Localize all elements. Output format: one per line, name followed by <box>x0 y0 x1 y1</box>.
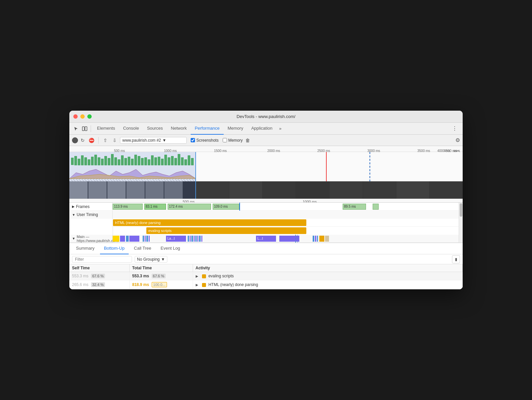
reload-button[interactable]: ↻ <box>79 137 86 144</box>
svg-rect-31 <box>168 157 170 165</box>
bottom-1000ms: 1000 ms <box>303 200 317 203</box>
frames-label: ▶ Frames <box>69 203 113 210</box>
flame-scrollbar[interactable] <box>459 203 463 243</box>
main-thread-expand-icon[interactable]: ▼ <box>72 237 75 240</box>
svg-rect-32 <box>171 156 174 165</box>
url-text: www.paulirish.com #2 <box>122 138 161 143</box>
hatch-area <box>69 179 195 181</box>
svg-rect-35 <box>181 157 184 165</box>
close-button[interactable] <box>73 114 78 119</box>
flame-chart[interactable]: ▶ Frames 113.9 ms 83.1 ms 172.4 ms 109.0… <box>69 203 463 243</box>
frames-expand-icon[interactable]: ▶ <box>72 205 75 208</box>
frame-1: 113.9 ms <box>113 204 143 210</box>
tab-bottom-up[interactable]: Bottom-Up <box>100 243 129 254</box>
cursor-icon[interactable] <box>72 125 80 133</box>
timeline-overview[interactable]: 500 ms 1000 ms 1500 ms 2000 ms 2500 ms 3… <box>69 146 463 203</box>
memory-checkbox[interactable] <box>223 138 227 142</box>
main-block-purple-2 <box>129 236 139 242</box>
dashed-2 <box>297 235 298 243</box>
svg-rect-17 <box>121 155 124 165</box>
self-time-value-2: 265.6 ms <box>72 282 88 287</box>
svg-rect-8 <box>91 157 94 165</box>
tab-performance[interactable]: Performance <box>191 123 223 135</box>
minimize-button[interactable] <box>80 114 85 119</box>
tab-sources[interactable]: Sources <box>143 123 167 135</box>
main-block-tan-1 <box>325 236 329 242</box>
main-block-orange-1 <box>319 236 324 242</box>
svg-rect-20 <box>131 159 134 165</box>
tab-console[interactable]: Console <box>119 123 143 135</box>
expand-icon-1[interactable]: ▶ <box>196 274 200 278</box>
dock-icon[interactable] <box>81 125 89 133</box>
tab-application[interactable]: Application <box>247 123 277 135</box>
svg-rect-3 <box>74 156 77 165</box>
col-total-time[interactable]: Total Time <box>129 264 193 272</box>
main-block-blue-1 <box>126 236 129 242</box>
tab-call-tree[interactable]: Call Tree <box>130 243 155 254</box>
nav-toolbar: Elements Console Sources Network Perform… <box>69 123 463 135</box>
more-tabs-button[interactable]: » <box>276 123 284 135</box>
main-thread-content[interactable]: La...t L...t <box>113 235 459 243</box>
tab-elements[interactable]: Elements <box>93 123 119 135</box>
tab-summary[interactable]: Summary <box>72 243 99 254</box>
tab-network[interactable]: Network <box>167 123 191 135</box>
bottom-tabs: Summary Bottom-Up Call Tree Event Log <box>69 243 463 254</box>
self-pct-1: 67.6 % <box>91 274 105 278</box>
svg-rect-5 <box>81 155 84 165</box>
settings-button[interactable]: ⚙ <box>455 137 460 143</box>
bottom-500ms: 500 ms <box>183 200 195 203</box>
svg-rect-6 <box>84 157 87 165</box>
menu-button[interactable]: ⋮ <box>449 125 460 132</box>
evaling-scripts-bar[interactable]: evaling scripts <box>146 227 306 234</box>
svg-rect-10 <box>98 157 100 165</box>
svg-rect-33 <box>174 158 177 165</box>
frames-content[interactable]: 113.9 ms 83.1 ms 172.4 ms 109.0 ms 89.5 … <box>113 203 459 211</box>
stop-button[interactable]: ⛔ <box>87 137 96 144</box>
expand-icon-2[interactable]: ▶ <box>196 283 200 287</box>
screenshots-checkbox[interactable] <box>191 138 195 142</box>
frame-2: 83.1 ms <box>144 204 166 210</box>
activity-cell-1: ▶ evaling scripts <box>193 272 463 280</box>
screenshots-checkbox-label[interactable]: Screenshots <box>191 138 219 143</box>
divider2 <box>98 137 99 144</box>
svg-rect-23 <box>141 158 144 165</box>
screenshot-6 <box>164 181 183 199</box>
cpu-chart <box>69 166 196 179</box>
url-selector[interactable]: www.paulirish.com #2 ▼ <box>120 137 187 144</box>
main-block-small-r3 <box>317 236 318 242</box>
grouping-select[interactable]: No Grouping ▼ <box>135 256 167 263</box>
frame-small <box>373 204 379 210</box>
download-icon[interactable]: ⇩ <box>111 136 119 144</box>
record-button[interactable] <box>72 137 78 143</box>
memory-checkbox-label[interactable]: Memory <box>223 138 243 143</box>
upload-icon[interactable]: ⇧ <box>101 136 109 144</box>
user-timing-content[interactable] <box>113 211 459 219</box>
dots: ... <box>256 199 262 203</box>
self-time-value-1: 553.3 ms <box>72 274 88 278</box>
main-block-small-4 <box>149 236 150 242</box>
svg-rect-37 <box>188 155 190 165</box>
col-self-time[interactable]: Self Time <box>69 264 129 272</box>
clear-button[interactable]: 🗑 <box>245 138 250 143</box>
screenshot-r3 <box>263 181 296 199</box>
frame-3: 172.4 ms <box>168 204 211 210</box>
maximize-button[interactable] <box>87 114 92 119</box>
screenshot-1 <box>69 181 88 199</box>
svg-rect-12 <box>104 156 107 165</box>
table-row: 265.6 ms 32.4 % 818.9 ms 100.0... ▶ HTML… <box>69 280 463 289</box>
self-pct-2: 32.4 % <box>91 282 105 287</box>
filter-input[interactable] <box>72 256 132 263</box>
col-activity[interactable]: Activity <box>193 264 463 272</box>
screenshot-5 <box>145 181 164 199</box>
sidebar-toggle-button[interactable]: ▮ <box>452 255 460 263</box>
record-toolbar: ↻ ⛔ ⇧ ⇩ www.paulirish.com #2 ▼ Screensho… <box>69 135 463 146</box>
html-done-parsing-bar[interactable]: HTML (nearly) done parsing <box>113 219 306 226</box>
dashed-1 <box>295 235 296 243</box>
window-controls <box>73 114 92 119</box>
devtools-window: DevTools - www.paulirish.com/ Elements C… <box>69 111 463 289</box>
tab-event-log[interactable]: Event Log <box>157 243 184 254</box>
user-timing-expand-icon[interactable]: ▼ <box>72 213 75 217</box>
tab-memory[interactable]: Memory <box>224 123 247 135</box>
timeline-charts[interactable] <box>69 152 463 199</box>
scrollbar-thumb[interactable] <box>460 203 462 217</box>
